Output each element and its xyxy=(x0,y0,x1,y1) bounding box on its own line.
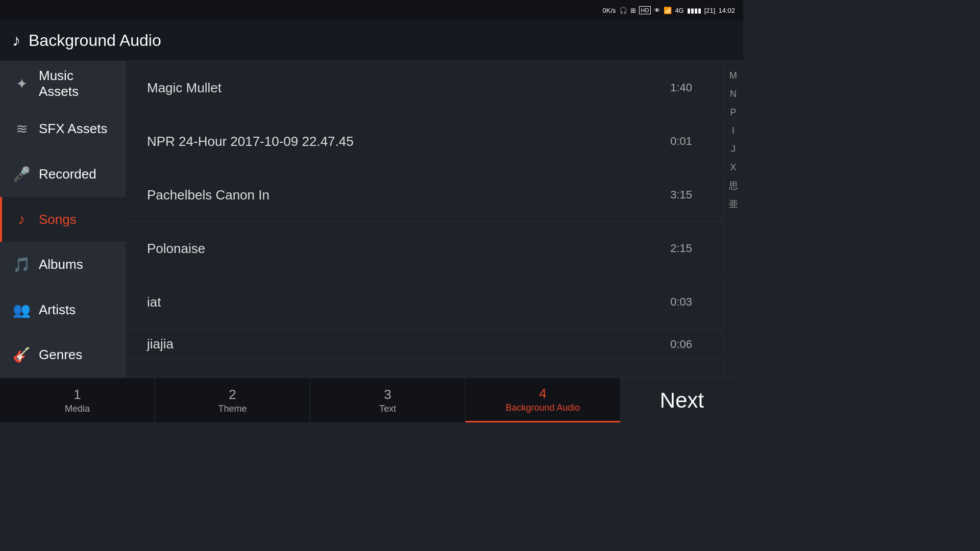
tab-theme[interactable]: 2 Theme xyxy=(155,378,310,422)
battery-icon: [21] xyxy=(704,7,716,14)
sidebar-item-recorded[interactable]: 🎤 Recorded xyxy=(0,152,126,197)
recorded-label: Recorded xyxy=(39,166,96,182)
header-music-icon: ♪ xyxy=(12,31,20,50)
alpha-char-X[interactable]: X xyxy=(730,158,736,177)
alpha-char-ya[interactable]: 亜 xyxy=(729,195,738,213)
genres-icon: 🎸 xyxy=(12,346,31,363)
alpha-char-P[interactable]: P xyxy=(730,103,736,121)
albums-label: Albums xyxy=(39,257,83,272)
song-name: Polonaise xyxy=(147,241,670,257)
alpha-char-I[interactable]: I xyxy=(732,121,734,140)
next-label: Next xyxy=(660,388,704,413)
sidebar-item-artists[interactable]: 👥 Artists xyxy=(0,287,126,333)
sidebar-item-albums[interactable]: 🎵 Albums xyxy=(0,242,126,287)
status-bar: 0K/s 🎧 ⊞ HD 👁 📶 4G ▮▮▮▮ [21] 14:02 xyxy=(0,0,743,20)
sidebar-item-songs[interactable]: ♪ Songs xyxy=(0,197,126,242)
song-name: NPR 24-Hour 2017-10-09 22.47.45 xyxy=(147,134,670,149)
alpha-char-si[interactable]: 思 xyxy=(729,177,738,195)
content-area: Magic Mullet 1:40 NPR 24-Hour 2017-10-09… xyxy=(127,61,743,378)
song-item-jiajia[interactable]: jiajia 0:06 xyxy=(127,329,723,360)
sfx-icon: ≋ xyxy=(12,120,31,137)
song-name: Magic Mullet xyxy=(147,80,670,96)
sidebar: ✦ MusicAssets ≋ SFX Assets 🎤 Recorded ♪ … xyxy=(0,61,127,378)
artists-label: Artists xyxy=(39,302,76,318)
tab-theme-label: Theme xyxy=(218,404,247,414)
tab-bg-audio-num: 4 xyxy=(539,386,546,402)
artists-icon: 👥 xyxy=(12,302,31,318)
song-item-polonaise[interactable]: Polonaise 2:15 xyxy=(127,222,723,276)
music-assets-icon: ✦ xyxy=(12,76,31,92)
albums-icon: 🎵 xyxy=(12,256,31,273)
status-icons: 0K/s 🎧 ⊞ HD 👁 📶 4G ▮▮▮▮ [21] 14:02 xyxy=(602,6,735,14)
sidebar-item-genres[interactable]: 🎸 Genres xyxy=(0,332,126,378)
headphone-icon: 🎧 xyxy=(619,7,627,14)
song-duration: 2:15 xyxy=(670,242,692,255)
alpha-char-J[interactable]: J xyxy=(731,140,736,158)
song-duration: 0:06 xyxy=(670,338,692,351)
alphabet-index: M N P I J X 思 亜 xyxy=(723,61,743,378)
cell-icon: 4G xyxy=(675,7,683,14)
tab-background-audio[interactable]: 4 Background Audio xyxy=(465,378,621,422)
tab-media-num: 1 xyxy=(74,387,81,403)
eye-icon: 👁 xyxy=(654,7,660,14)
sidebar-item-music-assets[interactable]: ✦ MusicAssets xyxy=(0,61,126,107)
sfx-label: SFX Assets xyxy=(39,121,107,137)
tab-text-label: Text xyxy=(379,404,396,414)
next-button[interactable]: Next xyxy=(621,378,743,422)
tab-media-label: Media xyxy=(65,404,90,414)
song-duration: 0:03 xyxy=(670,295,692,309)
tab-text-num: 3 xyxy=(384,387,391,403)
recorded-icon: 🎤 xyxy=(12,166,31,183)
time-display: 14:02 xyxy=(718,7,735,14)
song-duration: 0:01 xyxy=(670,135,692,148)
songs-icon: ♪ xyxy=(12,211,31,228)
sidebar-item-sfx-assets[interactable]: ≋ SFX Assets xyxy=(0,107,126,152)
wifi-icon: 📶 xyxy=(664,7,672,14)
song-item-iat[interactable]: iat 0:03 xyxy=(127,276,723,329)
alpha-char-N[interactable]: N xyxy=(730,85,737,103)
tab-bg-audio-label: Background Audio xyxy=(505,403,580,413)
tab-text[interactable]: 3 Text xyxy=(310,378,465,422)
speed-indicator: 0K/s xyxy=(602,7,616,14)
signal-icon: ▮▮▮▮ xyxy=(687,7,701,14)
bluetooth-icon: ⊞ xyxy=(630,7,636,14)
songs-label: Songs xyxy=(39,212,77,228)
tab-theme-num: 2 xyxy=(229,387,236,403)
song-item-pachelbel[interactable]: Pachelbels Canon In 3:15 xyxy=(127,168,723,222)
genres-label: Genres xyxy=(39,347,82,363)
song-list: Magic Mullet 1:40 NPR 24-Hour 2017-10-09… xyxy=(127,61,723,378)
song-item-magic-mullet[interactable]: Magic Mullet 1:40 xyxy=(127,61,723,115)
music-assets-label: MusicAssets xyxy=(39,68,79,99)
song-duration: 1:40 xyxy=(670,81,692,94)
page-header: ♪ Background Audio xyxy=(0,20,743,61)
song-name: jiajia xyxy=(147,336,670,352)
song-name: iat xyxy=(147,294,670,310)
main-layout: ✦ MusicAssets ≋ SFX Assets 🎤 Recorded ♪ … xyxy=(0,61,743,378)
hd-icon: HD xyxy=(639,6,651,14)
tab-media[interactable]: 1 Media xyxy=(0,378,155,422)
alpha-char-M[interactable]: M xyxy=(729,66,737,85)
bottom-navigation: 1 Media 2 Theme 3 Text 4 Background Audi… xyxy=(0,378,743,422)
song-item-npr[interactable]: NPR 24-Hour 2017-10-09 22.47.45 0:01 xyxy=(127,115,723,168)
page-title: Background Audio xyxy=(29,31,161,50)
song-name: Pachelbels Canon In xyxy=(147,187,670,203)
song-duration: 3:15 xyxy=(670,188,692,202)
